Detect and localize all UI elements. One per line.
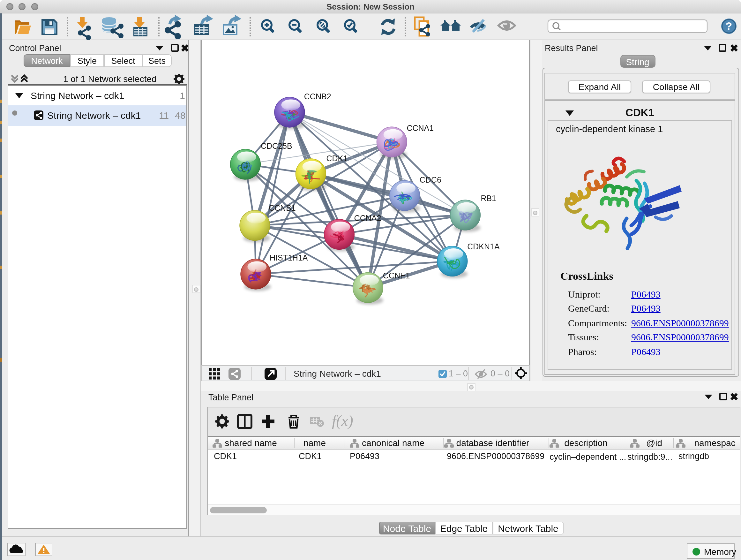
svg-text:CDK1: CDK1 [326,154,347,163]
svg-text:CCNE1: CCNE1 [383,271,410,280]
svg-text:name: name [304,438,326,448]
svg-text:@id: @id [646,438,662,448]
svg-text:shared name: shared name [225,438,277,448]
svg-text:CDC25B: CDC25B [260,141,292,150]
svg-text:1 of 1 Network selected: 1 of 1 Network selected [63,74,157,84]
svg-text:CDKN1A: CDKN1A [467,242,499,251]
svg-text:canonical name: canonical name [362,438,424,448]
svg-text:database identifier: database identifier [456,438,529,448]
svg-text:CCNA2: CCNA2 [354,213,381,223]
svg-text:namespac: namespac [694,438,735,448]
svg-text:CCNB2: CCNB2 [304,92,331,101]
svg-text:f(x): f(x) [332,412,353,429]
svg-text:CDC6: CDC6 [419,175,441,184]
svg-text:String Network – cdk1: String Network – cdk1 [293,368,381,378]
svg-text:?: ? [726,20,732,32]
svg-text:1 – 0: 1 – 0 [448,368,468,378]
svg-text:CCNA1: CCNA1 [406,124,433,132]
svg-text:HIST1H1A: HIST1H1A [269,253,308,262]
svg-text:0 – 0: 0 – 0 [490,368,509,378]
svg-text:RB1: RB1 [480,194,496,203]
svg-text:description: description [564,438,607,448]
svg-text:CCNB1: CCNB1 [268,203,295,212]
